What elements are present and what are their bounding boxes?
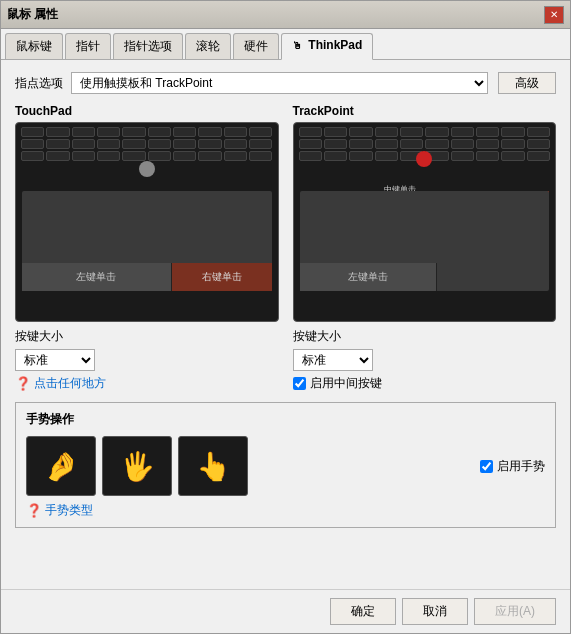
gesture-image-3: 👆: [178, 436, 248, 496]
key: [72, 127, 95, 137]
key: [224, 151, 247, 161]
gesture-type-icon: ❓: [26, 503, 42, 518]
info-icon: ❓: [15, 376, 31, 391]
title-bar: 鼠标 属性 ✕: [1, 1, 570, 29]
key: [349, 139, 372, 149]
gesture-rotate-icon: 🤌: [44, 450, 79, 483]
trackpoint-left-button: 左键单击: [300, 263, 437, 291]
pointing-options-dropdown[interactable]: 使用触摸板和 TrackPoint: [71, 72, 488, 94]
key: [501, 139, 524, 149]
key: [72, 139, 95, 149]
trackpoint-size-label: 按键大小: [293, 328, 341, 345]
key: [249, 127, 272, 137]
key: [451, 139, 474, 149]
gesture-type-link[interactable]: ❓ 手势类型: [26, 502, 545, 519]
key: [249, 139, 272, 149]
key: [324, 127, 347, 137]
key: [324, 151, 347, 161]
key: [375, 139, 398, 149]
key: [501, 127, 524, 137]
touchpad-left-button: 左键单击: [22, 263, 172, 291]
thinkpad-tab-icon: 🖱: [292, 40, 302, 51]
gesture-type-label: 手势类型: [45, 502, 93, 519]
key: [527, 151, 550, 161]
key: [527, 139, 550, 149]
key: [122, 127, 145, 137]
key: [476, 127, 499, 137]
key: [249, 151, 272, 161]
key: [122, 139, 145, 149]
gesture-image-2: 🖐: [102, 436, 172, 496]
apply-button[interactable]: 应用(A): [474, 598, 556, 625]
thinkpad-tab-label: ThinkPad: [308, 38, 362, 52]
trackpoint-mid-checkbox[interactable]: [293, 377, 306, 390]
key: [375, 127, 398, 137]
touchpad-size-label: 按键大小: [15, 328, 63, 345]
gesture-enable-row: 启用手势: [480, 458, 545, 475]
key: [198, 139, 221, 149]
key: [299, 139, 322, 149]
gesture-section-label: 手势操作: [26, 411, 545, 428]
key: [299, 151, 322, 161]
tabs-bar: 鼠标键 指针 指针选项 滚轮 硬件 🖱 ThinkPad: [1, 29, 570, 60]
key: [148, 139, 171, 149]
key: [122, 151, 145, 161]
tab-pointer-options[interactable]: 指针选项: [113, 33, 183, 59]
touchpad-size-select-row: 标准: [15, 349, 279, 371]
tab-pointer[interactable]: 指针: [65, 33, 111, 59]
key: [148, 127, 171, 137]
trackpoint-mid-checkbox-row: 启用中间按键: [293, 375, 557, 392]
trackpoint-size-select-row: 标准: [293, 349, 557, 371]
key: [400, 139, 423, 149]
key: [224, 139, 247, 149]
key: [451, 127, 474, 137]
trackpoint-visual: 中键单击 右键单击 左键单击: [293, 122, 557, 322]
gesture-section: 手势操作 🤌 🖐 👆: [15, 402, 556, 528]
trackpoint-dot: [416, 151, 432, 167]
cancel-button[interactable]: 取消: [402, 598, 468, 625]
key: [375, 151, 398, 161]
key: [425, 127, 448, 137]
key: [97, 151, 120, 161]
tab-mouse-keys[interactable]: 鼠标键: [5, 33, 63, 59]
gesture-image-1: 🤌: [26, 436, 96, 496]
trackpoint-size-row: 按键大小: [293, 328, 557, 345]
key: [46, 151, 69, 161]
gesture-enable-checkbox[interactable]: [480, 460, 493, 473]
touchpad-right-button: 右键单击: [172, 263, 272, 291]
gesture-point-icon: 👆: [196, 450, 231, 483]
gesture-images: 🤌 🖐 👆: [26, 436, 248, 496]
key: [21, 151, 44, 161]
content-area: 指点选项 使用触摸板和 TrackPoint 高级 TouchPad: [1, 60, 570, 589]
title-bar-controls: ✕: [544, 6, 564, 24]
ok-button[interactable]: 确定: [330, 598, 396, 625]
key: [349, 151, 372, 161]
touchpad-panel: TouchPad: [15, 104, 279, 392]
panels-row: TouchPad: [15, 104, 556, 392]
gesture-hand-icon: 🖐: [120, 450, 155, 483]
key: [21, 139, 44, 149]
key: [451, 151, 474, 161]
key: [476, 151, 499, 161]
tab-thinkpad[interactable]: 🖱 ThinkPad: [281, 33, 373, 60]
touchpad-info-link[interactable]: ❓ 点击任何地方: [15, 375, 279, 392]
touchpad-indicator: [139, 161, 155, 177]
gesture-enable-label: 启用手势: [497, 458, 545, 475]
key: [324, 139, 347, 149]
close-button[interactable]: ✕: [544, 6, 564, 24]
touchpad-size-row: 按键大小: [15, 328, 279, 345]
touchpad-title: TouchPad: [15, 104, 279, 118]
tab-wheel[interactable]: 滚轮: [185, 33, 231, 59]
key: [425, 139, 448, 149]
key: [400, 127, 423, 137]
touchpad-size-dropdown[interactable]: 标准: [15, 349, 95, 371]
window-title: 鼠标 属性: [7, 6, 58, 23]
advanced-button[interactable]: 高级: [498, 72, 556, 94]
key: [173, 151, 196, 161]
key: [21, 127, 44, 137]
tab-hardware[interactable]: 硬件: [233, 33, 279, 59]
main-window: 鼠标 属性 ✕ 鼠标键 指针 指针选项 滚轮 硬件 🖱 ThinkPad 指点选…: [0, 0, 571, 634]
key: [198, 127, 221, 137]
bottom-bar: 确定 取消 应用(A): [1, 589, 570, 633]
trackpoint-size-dropdown[interactable]: 标准: [293, 349, 373, 371]
